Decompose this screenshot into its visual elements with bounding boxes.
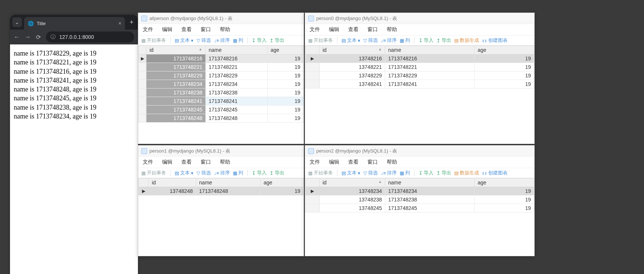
- menu-view[interactable]: 查看: [181, 159, 192, 166]
- text-button[interactable]: ▤ 文本 ▾: [175, 170, 194, 176]
- cell-name[interactable]: 1713748238: [205, 88, 267, 97]
- cell-age[interactable]: 19: [267, 97, 303, 106]
- menu-help[interactable]: 帮助: [387, 26, 397, 33]
- import-button[interactable]: ↧ 导入: [419, 170, 433, 176]
- col-name[interactable]: name: [385, 178, 475, 187]
- menu-view[interactable]: 查看: [348, 159, 359, 166]
- begin-transaction-button[interactable]: ▦ 开始事务: [308, 37, 333, 44]
- col-name[interactable]: name: [205, 46, 267, 54]
- menu-window[interactable]: 窗口: [201, 159, 211, 166]
- cell-age[interactable]: 19: [267, 54, 303, 63]
- table-row[interactable]: 1713748238171374823819: [139, 88, 304, 97]
- menu-help[interactable]: 帮助: [220, 26, 230, 33]
- reload-button[interactable]: ⟳: [36, 34, 41, 41]
- datagen-button[interactable]: ▤ 数据生成: [454, 37, 479, 44]
- cell-name[interactable]: 1713748216: [385, 54, 475, 63]
- table-row[interactable]: 13748238171374823819: [306, 196, 534, 204]
- filter-button[interactable]: ▽ 筛选: [196, 170, 211, 176]
- chart-button[interactable]: ⫾⫾ 创建图表: [482, 37, 508, 44]
- data-table[interactable]: id▲ name age ▶17137482161713748216191713…: [138, 46, 304, 123]
- export-button[interactable]: ↥ 导出: [436, 37, 451, 44]
- cell-id[interactable]: 1713748221: [146, 63, 206, 71]
- begin-transaction-button[interactable]: ▦ 开始事务: [141, 37, 166, 44]
- data-table[interactable]: id▲ name age ▶13748234171374823419137482…: [305, 178, 534, 213]
- cell-name[interactable]: 1713748229: [205, 71, 267, 80]
- data-table[interactable]: id name age ▶13748248171374824819: [138, 178, 304, 196]
- cell-age[interactable]: 19: [267, 63, 303, 71]
- cell-name[interactable]: 1713748229: [385, 71, 475, 80]
- address-bar[interactable]: ⓘ 127.0.0.1:8000: [46, 31, 134, 43]
- cell-id[interactable]: 13748238: [319, 196, 385, 204]
- cell-age[interactable]: 19: [475, 196, 534, 204]
- cell-age[interactable]: 19: [475, 54, 534, 63]
- col-name[interactable]: name: [196, 178, 261, 187]
- cell-age[interactable]: 19: [267, 80, 303, 88]
- text-button[interactable]: ▤ 文本 ▾: [341, 170, 360, 176]
- col-age[interactable]: age: [267, 46, 303, 54]
- cell-id[interactable]: 13748234: [319, 187, 385, 196]
- cell-name[interactable]: 1713748241: [205, 97, 267, 106]
- cell-id[interactable]: 13748221: [319, 63, 385, 71]
- menu-window[interactable]: 窗口: [367, 26, 378, 33]
- cell-age[interactable]: 19: [475, 63, 534, 71]
- cell-age[interactable]: 19: [267, 106, 303, 114]
- menu-edit[interactable]: 编辑: [329, 26, 339, 33]
- cell-id[interactable]: 1713748229: [146, 71, 206, 80]
- window-titlebar[interactable]: person1 @mydjango (MySQL8.1) - 表: [138, 146, 304, 157]
- menu-edit[interactable]: 编辑: [162, 26, 172, 33]
- chart-button[interactable]: ⫾⫾ 创建图表: [482, 170, 508, 176]
- cell-age[interactable]: 19: [267, 71, 303, 80]
- filter-button[interactable]: ▽ 筛选: [363, 170, 378, 176]
- table-row[interactable]: 13748229171374822919: [306, 71, 534, 80]
- cell-id[interactable]: 13748245: [319, 204, 385, 213]
- export-button[interactable]: ↥ 导出: [270, 37, 284, 44]
- table-row[interactable]: ▶13748216171374821619: [306, 54, 534, 63]
- sort-button[interactable]: ↓≡ 排序: [381, 37, 397, 44]
- cell-age[interactable]: 19: [267, 88, 303, 97]
- col-age[interactable]: age: [475, 178, 534, 187]
- window-titlebar[interactable]: person0 @mydjango (MySQL8.1) - 表: [305, 13, 534, 24]
- col-id[interactable]: id▲: [146, 46, 206, 54]
- cell-name[interactable]: 1713748216: [205, 54, 267, 63]
- menu-file[interactable]: 文件: [143, 26, 153, 33]
- import-button[interactable]: ↧ 导入: [252, 37, 267, 44]
- column-button[interactable]: ▦ 列: [400, 37, 410, 44]
- cell-name[interactable]: 1713748221: [205, 63, 267, 71]
- table-row[interactable]: 13748245171374824519: [306, 204, 534, 213]
- menu-file[interactable]: 文件: [310, 159, 320, 166]
- table-row[interactable]: ▶13748248171374824819: [139, 187, 304, 196]
- col-id[interactable]: id▲: [319, 178, 385, 187]
- new-tab-button[interactable]: +: [127, 19, 136, 26]
- cell-name[interactable]: 1713748245: [205, 106, 267, 114]
- menu-edit[interactable]: 编辑: [329, 159, 339, 166]
- begin-transaction-button[interactable]: ▦ 开始事务: [308, 170, 333, 176]
- import-button[interactable]: ↧ 导入: [419, 37, 433, 44]
- cell-id[interactable]: 1713748216: [146, 54, 206, 63]
- window-titlebar[interactable]: person2 @mydjango (MySQL8.1) - 表: [305, 146, 534, 157]
- menu-window[interactable]: 窗口: [367, 159, 378, 166]
- window-titlebar[interactable]: allperson @mydjango (MySQL8.1) - 表: [138, 13, 304, 24]
- cell-id[interactable]: 1713748241: [146, 97, 206, 106]
- col-age[interactable]: age: [475, 46, 534, 54]
- filter-button[interactable]: ▽ 筛选: [196, 37, 211, 44]
- cell-name[interactable]: 1713748241: [385, 80, 475, 88]
- menu-view[interactable]: 查看: [181, 26, 192, 33]
- cell-id[interactable]: 13748229: [319, 71, 385, 80]
- menu-view[interactable]: 查看: [348, 26, 359, 33]
- cell-name[interactable]: 1713748234: [385, 187, 475, 196]
- column-button[interactable]: ▦ 列: [233, 37, 243, 44]
- column-button[interactable]: ▦ 列: [400, 170, 410, 176]
- browser-tab[interactable]: 🌐 Title ×: [24, 17, 125, 30]
- forward-button[interactable]: →: [25, 34, 31, 40]
- cell-age[interactable]: 19: [475, 80, 534, 88]
- import-button[interactable]: ↧ 导入: [252, 170, 267, 176]
- table-row[interactable]: 1713748234171374823419: [139, 80, 304, 88]
- cell-id[interactable]: 1713748238: [146, 88, 206, 97]
- cell-id[interactable]: 13748216: [319, 54, 385, 63]
- table-row[interactable]: 1713748229171374822919: [139, 71, 304, 80]
- menu-help[interactable]: 帮助: [220, 159, 230, 166]
- column-button[interactable]: ▦ 列: [233, 170, 243, 176]
- cell-id[interactable]: 1713748248: [146, 114, 206, 123]
- cell-name[interactable]: 1713748221: [385, 63, 475, 71]
- cell-name[interactable]: 1713748248: [196, 187, 261, 196]
